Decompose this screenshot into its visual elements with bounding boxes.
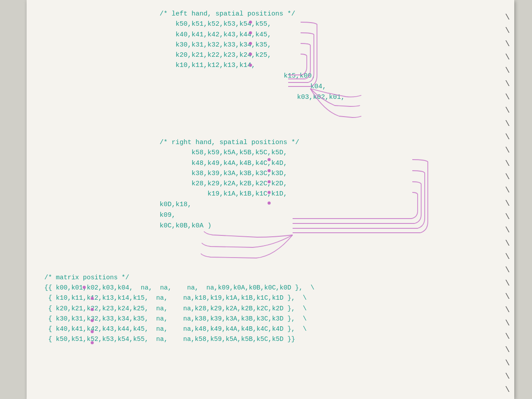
right-hand-row-5: k19,k1A,k1B,k1C,k1D, xyxy=(160,189,299,199)
left-hand-row-7: k04, xyxy=(310,82,326,92)
right-hand-left-3: k0C,k0B,k0A ) xyxy=(160,221,211,231)
left-hand-row-1: k50,k51,k52,k53,k54,k55, xyxy=(160,19,532,29)
left-hand-row-8: k03,k02,k01, xyxy=(297,92,345,102)
matrix-row-5: { k40,k41,k42,k43,k44,k45, na, na,k48,k4… xyxy=(44,324,314,334)
left-hand-section: /* left hand, spatial positions */ k50,k… xyxy=(160,9,532,106)
matrix-row-3: { k20,k21,k22,k23,k24,k25, na, na,k28,k2… xyxy=(44,304,314,314)
right-hand-comment: /* right hand, spatial positions */ xyxy=(160,137,299,148)
right-hand-left-1: k0D,k18, xyxy=(160,200,192,210)
left-hand-comment: /* left hand, spatial positions */ xyxy=(160,9,532,19)
left-hand-row-5: k10,k11,k12,k13,k14, xyxy=(160,60,532,70)
matrix-section: /* matrix positions */ {{ k00,k01,k02,k0… xyxy=(44,273,314,344)
right-hand-left-2: k09, xyxy=(160,210,176,220)
left-hand-row-2: k40,k41,k42,k43,k44,k45, xyxy=(160,30,532,40)
matrix-comment: /* matrix positions */ xyxy=(44,273,314,283)
right-hand-row-2: k48,k49,k4A,k4B,k4C,k4D, xyxy=(160,158,299,168)
left-hand-row-6: k15,k00, xyxy=(284,71,316,81)
right-hand-row-1: k58,k59,k5A,k5B,k5C,k5D, xyxy=(160,148,299,158)
matrix-row-2: { k10,k11,k12,k13,k14,k15, na, na,k18,k1… xyxy=(44,293,314,303)
right-hand-row-4: k28,k29,k2A,k2B,k2C,k2D, xyxy=(160,179,299,189)
left-hand-row-4: k20,k21,k22,k23,k24,k25, xyxy=(160,50,532,60)
left-hand-row-3: k30,k31,k32,k33,k34,k35, xyxy=(160,40,532,50)
matrix-row-6: { k50,k51,k52,k53,k54,k55, na, na,k58,k5… xyxy=(44,334,314,344)
matrix-row-1: {{ k00,k01,k02,k03,k04, na, na, na, na,k… xyxy=(44,283,314,293)
right-hand-row-3: k38,k39,k3A,k3B,k3C,k3D, xyxy=(160,168,299,179)
right-hand-section: /* right hand, spatial positions */ k58,… xyxy=(160,137,299,244)
page: \ \ \ \ \ \ \ \ \ \ \ \ \ \ \ \ \ \ \ \ … xyxy=(27,0,514,399)
matrix-row-4: { k30,k31,k32,k33,k34,k35, na, na,k38,k3… xyxy=(44,314,314,324)
